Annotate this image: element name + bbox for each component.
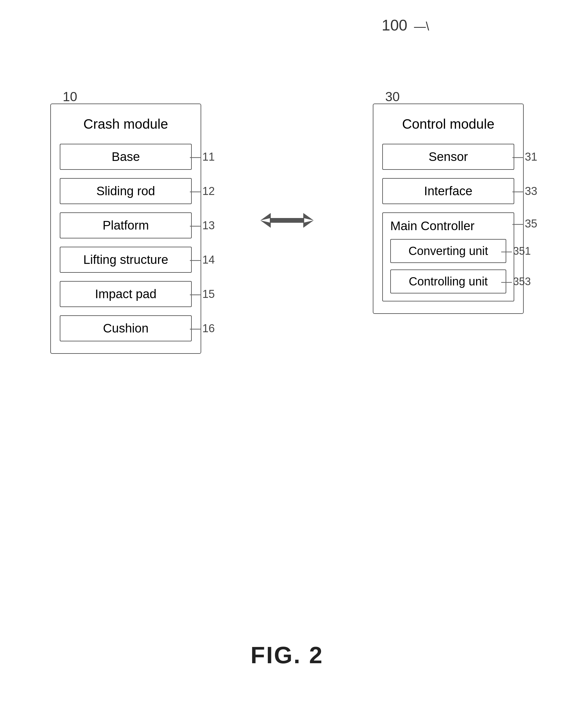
crash-module-title: Crash module (60, 116, 192, 132)
control-item-sensor-ref: 31 (512, 151, 537, 163)
crash-item-sliding-rod: Sliding rod 12 (60, 178, 192, 204)
crash-item-cushion-ref: 16 (190, 322, 215, 335)
main-ref-label: 100 —\ (382, 16, 429, 34)
crash-item-impact-pad: Impact pad 15 (60, 281, 192, 307)
crash-module-box: 10 Crash module Base 11 Sliding rod 12 P… (50, 103, 201, 354)
main-controller-title: Main Controller (390, 219, 506, 233)
crash-module-ref: 10 (63, 89, 77, 104)
crash-item-platform: Platform 13 (60, 212, 192, 239)
control-module-ref: 30 (385, 89, 400, 104)
svg-marker-0 (260, 213, 271, 220)
crash-item-lifting-structure: Lifting structure 14 (60, 247, 192, 273)
crash-item-sliding-rod-ref: 12 (190, 185, 215, 198)
control-item-interface-ref: 33 (512, 185, 537, 198)
bidirectional-arrow (260, 207, 314, 237)
converting-unit-box: Converting unit 351 (390, 239, 506, 263)
controlling-unit-ref: 353 (501, 275, 531, 288)
svg-marker-3 (303, 220, 314, 228)
diagram-container: 10 Crash module Base 11 Sliding rod 12 P… (50, 44, 524, 354)
figure-label: FIG. 2 (251, 642, 323, 669)
modules-row: 10 Crash module Base 11 Sliding rod 12 P… (50, 103, 524, 354)
svg-marker-2 (303, 213, 314, 220)
main-controller-ref: 35 (512, 217, 537, 230)
crash-item-base: Base 11 (60, 144, 192, 170)
control-module-box: 30 Control module Sensor 31 Interface 33… (373, 103, 524, 314)
control-item-interface: Interface 33 (382, 178, 514, 204)
bidirectional-arrow-container (260, 207, 314, 237)
crash-item-platform-ref: 13 (190, 219, 215, 232)
control-item-sensor: Sensor 31 (382, 144, 514, 170)
controlling-unit-box: Controlling unit 353 (390, 269, 506, 293)
crash-item-lifting-structure-ref: 14 (190, 254, 215, 266)
converting-unit-ref: 351 (501, 245, 531, 257)
crash-item-impact-pad-ref: 15 (190, 288, 215, 301)
main-controller-box: Main Controller 35 Converting unit 351 C… (382, 212, 514, 301)
svg-marker-1 (260, 220, 271, 228)
crash-item-cushion: Cushion 16 (60, 315, 192, 341)
svg-rect-4 (270, 218, 304, 223)
crash-item-base-ref: 11 (190, 151, 215, 163)
control-module-title: Control module (382, 116, 514, 132)
